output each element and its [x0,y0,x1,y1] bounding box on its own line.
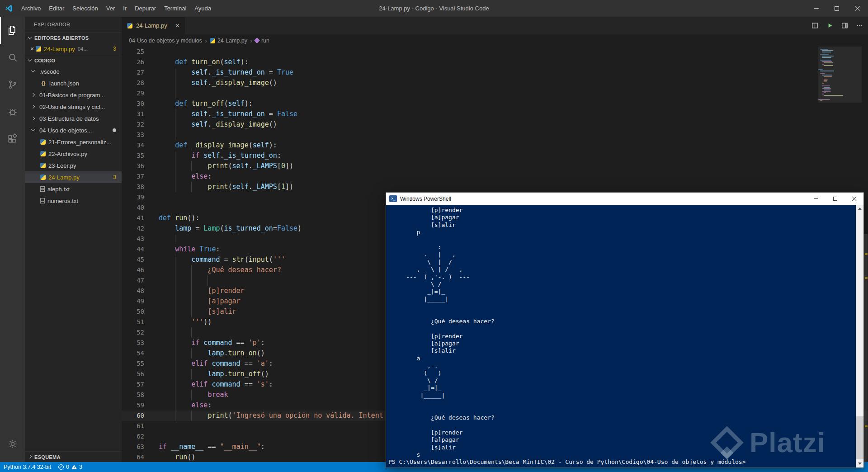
run-python-file-icon[interactable] [826,22,834,29]
python-version-status[interactable]: Python 3.7.4 32-bit [0,462,55,472]
menu-ayuda[interactable]: Ayuda [190,0,215,17]
line-number[interactable]: 26 [122,57,144,67]
close-button[interactable] [847,0,868,17]
line-number[interactable]: 38 [122,182,144,192]
line-number[interactable]: 37 [122,171,144,182]
tab-24-lamp-py[interactable]: 24-Lamp.py × [122,17,185,34]
line-number[interactable]: 25 [122,47,144,57]
powershell-terminal[interactable]: [p]render [a]pagar [s]alir p : . | , \ |… [386,205,863,467]
code-line-29[interactable]: 29 [122,88,868,99]
breadcrumb-run[interactable]: run [255,38,269,44]
section-outline[interactable]: ESQUEMA [25,451,122,462]
scroll-down-arrow-icon[interactable] [856,460,863,467]
code-line-26[interactable]: 26 def turn_on(self): [122,57,868,67]
line-number[interactable]: 43 [122,234,144,244]
line-number[interactable]: 33 [122,130,144,140]
line-number[interactable]: 56 [122,369,144,379]
tree-item-22-archivos-py[interactable]: 22-Archivos.py [25,148,122,160]
menu-depurar[interactable]: Depurar [131,0,160,17]
tree-item-21-errores-personaliz[interactable]: 21-Errores_personaliz... [25,136,122,148]
menu-terminal[interactable]: Terminal [160,0,190,17]
code-line-34[interactable]: 34 def _display_image(self): [122,140,868,151]
tree-item-03-estructura-de-datos[interactable]: 03-Estructura de datos [25,113,122,124]
line-number[interactable]: 57 [122,379,144,390]
section-open-editors[interactable]: EDITORES ABIERTOS [25,32,122,43]
tree-item-23-leer-py[interactable]: 23-Leer.py [25,160,122,171]
tree-item-01-ba-sicos-de-program[interactable]: 01-Básicos de program... [25,89,122,101]
powershell-maximize-button[interactable] [826,193,844,205]
line-number[interactable]: 28 [122,78,144,88]
code-line-33[interactable]: 33 [122,130,868,140]
line-number[interactable]: 34 [122,140,144,151]
line-number[interactable]: 46 [122,265,144,275]
line-number[interactable]: 58 [122,390,144,400]
line-number[interactable]: 27 [122,67,144,78]
line-number[interactable]: 50 [122,307,144,317]
toggle-layout-icon[interactable] [841,22,849,29]
line-number[interactable]: 64 [122,452,144,462]
code-line-28[interactable]: 28 self._display_image() [122,78,868,88]
split-editor-icon[interactable] [811,22,819,29]
line-number[interactable]: 32 [122,119,144,130]
minimap[interactable] [818,47,862,155]
code-line-30[interactable]: 30 def turn_off(self): [122,99,868,109]
section-folder[interactable]: CODIGO [25,55,122,66]
settings-gear-icon[interactable] [0,430,25,458]
line-number[interactable]: 53 [122,338,144,348]
code-line-27[interactable]: 27 self._is_turned_on = True [122,67,868,78]
tab-close-icon[interactable]: × [175,22,179,29]
line-number[interactable]: 36 [122,161,144,171]
powershell-title-bar[interactable]: >_ Windows PowerShell [386,193,863,205]
more-actions-button[interactable] [856,22,863,29]
line-number[interactable]: 39 [122,192,144,203]
line-number[interactable]: 44 [122,244,144,255]
powershell-scrollbar[interactable] [856,205,863,467]
tree-item-02-uso-de-strings-y-cicl[interactable]: 02-Uso de strings y cicl... [25,101,122,113]
minimize-button[interactable] [806,0,826,17]
powershell-minimize-button[interactable] [807,193,826,205]
breadcrumb-24-lamp-py[interactable]: 24-Lamp.py [210,38,247,44]
menu-archivo[interactable]: Archivo [17,0,45,17]
maximize-button[interactable] [826,0,847,17]
line-number[interactable]: 48 [122,286,144,296]
code-line-35[interactable]: 35 if self._is_turned_on: [122,151,868,161]
line-number[interactable]: 35 [122,151,144,161]
activity-explorer-icon[interactable] [0,17,25,44]
code-line-25[interactable]: 25 [122,47,868,57]
code-line-32[interactable]: 32 self._display_image() [122,119,868,130]
menu-seleccio-n[interactable]: Selección [68,0,102,17]
activity-debug-icon[interactable] [0,98,25,125]
line-number[interactable]: 63 [122,442,144,452]
code-line-36[interactable]: 36 print(self._LAMPS[0]) [122,161,868,171]
line-number[interactable]: 42 [122,223,144,234]
scroll-up-arrow-icon[interactable] [856,205,863,212]
tree-item-vscode[interactable]: .vscode [25,66,122,77]
line-number[interactable]: 30 [122,99,144,109]
line-number[interactable]: 40 [122,203,144,213]
menu-ver[interactable]: Ver [102,0,119,17]
tree-item-aleph-txt[interactable]: aleph.txt [25,183,122,195]
code-line-31[interactable]: 31 self._is_turned_on = False [122,109,868,119]
line-number[interactable]: 52 [122,327,144,338]
line-number[interactable]: 61 [122,421,144,431]
activity-source-control-icon[interactable] [0,71,25,98]
line-number[interactable]: 60 [122,411,144,421]
breadcrumb-04-uso-de-objetos-y-mo-dulos[interactable]: 04-Uso de objetos y módulos [129,38,202,44]
line-number[interactable]: 31 [122,109,144,119]
tree-item-numeros-txt[interactable]: numeros.txt [25,195,122,207]
activity-search-icon[interactable] [0,44,25,71]
line-number[interactable]: 62 [122,431,144,442]
menu-ir[interactable]: Ir [119,0,131,17]
menu-editar[interactable]: Editar [45,0,68,17]
tree-item-launch-json[interactable]: {}launch.json [25,77,122,89]
problems-status[interactable]: 0 3 [55,462,86,472]
line-number[interactable]: 51 [122,317,144,327]
powershell-close-button[interactable] [844,193,863,205]
minimap-slider[interactable] [818,47,862,103]
powershell-scrollbar-thumb[interactable] [856,416,863,459]
code-line-37[interactable]: 37 else: [122,171,868,182]
open-editor-24-lamp-py[interactable]: ×24-Lamp.py04...3 [25,43,122,55]
line-number[interactable]: 47 [122,275,144,286]
activity-extensions-icon[interactable] [0,125,25,152]
line-number[interactable]: 54 [122,348,144,359]
